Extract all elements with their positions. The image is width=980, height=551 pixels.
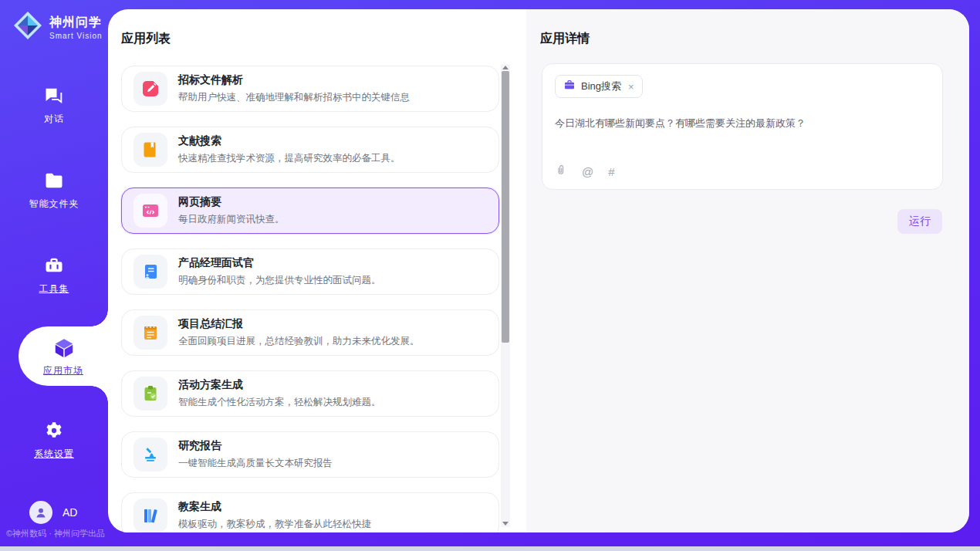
microscope-icon (133, 438, 167, 472)
app-card[interactable]: 项目总结汇报 全面回顾项目进展，总结经验教训，助力未来优化发展。 (121, 309, 499, 356)
notepad-icon (133, 316, 167, 350)
scroll-down-arrow-icon[interactable] (502, 522, 509, 526)
sidebar-item-system-settings[interactable]: 系统设置 (0, 420, 108, 461)
close-icon[interactable]: × (628, 81, 634, 93)
app-card[interactable]: 活动方案生成 智能生成个性化活动方案，轻松解决规划难题。 (121, 370, 499, 417)
sidebar-item-label: 系统设置 (34, 448, 74, 459)
app-card[interactable]: 文献搜索 快速精准查找学术资源，提高研究效率的必备工具。 (121, 127, 499, 173)
sidebar-item-label: 工具集 (39, 283, 69, 294)
gear-icon (43, 420, 65, 441)
app-card-title: 研究报告 (178, 439, 333, 453)
brand-subtitle: Smart Vision (49, 32, 103, 40)
sidebar-item-label: 对话 (44, 113, 64, 124)
briefcase-icon (563, 79, 576, 94)
app-card-title: 教案生成 (178, 500, 371, 514)
app-frame: 神州问学 Smart Vision 对话 智能文件夹 (0, 0, 980, 546)
app-list-panel: 应用列表 招标文件解析 帮助用户快速、准确地理解和解析招标书中的关键信息 (108, 9, 526, 532)
tool-chip-label: Bing搜索 (581, 79, 621, 93)
brand-logo: 神州问学 Smart Vision (12, 10, 103, 44)
mention-icon[interactable]: @ (582, 165, 593, 178)
app-card-description: 帮助用户快速、准确地理解和解析招标书中的关键信息 (178, 91, 410, 104)
prompt-input[interactable]: 今日湖北有哪些新闻要点？有哪些需要关注的最新政策？ (555, 117, 925, 130)
app-card-description: 全面回顾项目进展，总结经验教训，助力未来优化发展。 (178, 335, 420, 348)
app-card-description: 明确身份和职责，为您提供专业性的面试问题。 (178, 274, 381, 287)
app-card[interactable]: 招标文件解析 帮助用户快速、准确地理解和解析招标书中的关键信息 (121, 66, 499, 112)
folder-icon (43, 170, 65, 191)
sidebar-item-toolset[interactable]: 工具集 (0, 255, 108, 296)
app-card-title: 文献搜索 (178, 134, 400, 148)
scrollbar-thumb[interactable] (502, 71, 509, 343)
run-button[interactable]: 运行 (897, 209, 942, 234)
app-card[interactable]: 产品经理面试官 明确身份和职责，为您提供专业性的面试问题。 (121, 248, 499, 295)
app-card-description: 每日政府新闻资讯快查。 (178, 213, 285, 226)
list-scrollbar[interactable] (501, 64, 510, 527)
composer-toolbar: @ # (555, 163, 615, 180)
book-icon (133, 133, 167, 167)
app-card-description: 一键智能生成高质量长文本研究报告 (178, 457, 333, 470)
app-card-description: 快速精准查找学术资源，提高研究效率的必备工具。 (178, 152, 400, 165)
app-card-title: 网页摘要 (178, 195, 285, 209)
app-card-title: 招标文件解析 (178, 73, 410, 87)
app-card-list: 招标文件解析 帮助用户快速、准确地理解和解析招标书中的关键信息 文献搜索 快速精… (121, 66, 499, 532)
brand-name: 神州问学 (49, 15, 103, 31)
sidebar-item-smart-folder[interactable]: 智能文件夹 (0, 170, 108, 211)
app-card-title: 活动方案生成 (178, 378, 381, 392)
user-profile[interactable]: AD (29, 501, 77, 524)
diamond-logo-icon (12, 10, 43, 44)
interviewer-doc-icon (133, 255, 167, 289)
app-card-description: 模板驱动，教案秒成，教学准备从此轻松快捷 (178, 518, 371, 531)
app-card-title: 产品经理面试官 (178, 256, 381, 270)
sidebar-item-app-market-active[interactable]: 应用市场 (19, 326, 108, 386)
user-name: AD (63, 506, 77, 519)
sidebar-item-label: 应用市场 (43, 365, 83, 376)
cube-icon (52, 336, 74, 358)
app-detail-title: 应用详情 (540, 31, 590, 47)
main-content: 应用列表 招标文件解析 帮助用户快速、准确地理解和解析招标书中的关键信息 (108, 9, 969, 532)
app-card-title: 项目总结汇报 (178, 317, 420, 331)
sidebar-item-label: 智能文件夹 (29, 198, 79, 209)
chat-icon (43, 85, 65, 106)
app-card-selected[interactable]: 网页摘要 每日政府新闻资讯快查。 (121, 188, 499, 234)
prompt-card: Bing搜索 × 今日湖北有哪些新闻要点？有哪些需要关注的最新政策？ @ # (542, 63, 943, 190)
paperclip-icon[interactable] (555, 163, 567, 180)
edit-icon (133, 72, 167, 106)
sidebar-item-chat[interactable]: 对话 (0, 85, 108, 126)
tool-chip-bing-search[interactable]: Bing搜索 × (555, 75, 643, 98)
scroll-up-arrow-icon[interactable] (502, 66, 509, 69)
clipboard-check-icon (133, 377, 167, 411)
books-icon (133, 499, 167, 532)
app-card[interactable]: 教案生成 模板驱动，教案秒成，教学准备从此轻松快捷 (121, 492, 499, 532)
avatar (29, 501, 52, 524)
toolbox-icon (43, 255, 65, 276)
copyright-text: ©神州数码 · 神州问学出品 (6, 528, 105, 539)
sidebar: 神州问学 Smart Vision 对话 智能文件夹 (0, 0, 108, 546)
app-card-description: 智能生成个性化活动方案，轻松解决规划难题。 (178, 396, 381, 409)
hash-icon[interactable]: # (608, 165, 614, 178)
app-detail-panel: 应用详情 Bing搜索 × 今日湖北有哪些新闻要点？有哪些需要关注的最新政策？ (526, 9, 969, 532)
browser-code-icon (133, 194, 167, 228)
app-card[interactable]: 研究报告 一键智能生成高质量长文本研究报告 (121, 431, 499, 478)
app-list-title: 应用列表 (121, 31, 171, 47)
